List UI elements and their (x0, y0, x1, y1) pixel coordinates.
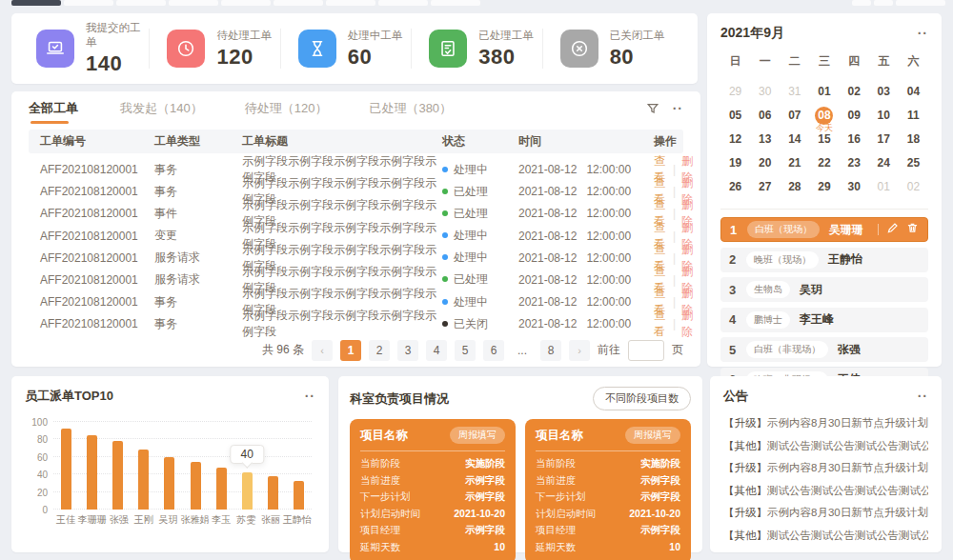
browser-tab[interactable] (11, 0, 61, 6)
bar-张强[interactable] (112, 441, 123, 510)
browser-tab[interactable] (378, 0, 428, 6)
calendar-day-15[interactable]: 15 (809, 128, 839, 151)
calendar-day-23[interactable]: 23 (840, 151, 869, 175)
announcement-item[interactable]: 【升级】示例内容8月30日新节点升级计划通知 (723, 457, 928, 480)
calendar-day-20[interactable]: 20 (750, 151, 780, 175)
next-page-button[interactable]: › (569, 340, 590, 361)
calendar-day-19[interactable]: 19 (720, 151, 750, 175)
calendar-day-27[interactable]: 27 (750, 175, 780, 199)
stage-count-button[interactable]: 不同阶段项目数 (593, 387, 691, 410)
view-link[interactable]: 查看 (654, 308, 667, 340)
calendar-day-07[interactable]: 07 (780, 104, 809, 128)
calendar-day-14[interactable]: 14 (780, 128, 809, 151)
calendar-day-30[interactable]: 30 (840, 175, 869, 199)
announcement-tag: 【升级】 (723, 462, 767, 473)
more-icon[interactable]: ·· (673, 101, 683, 116)
table-row: AFF202108120001事务示例字段示例字段示例字段示例字段示例字段处理中… (29, 286, 683, 308)
page-button-8[interactable]: 8 (540, 340, 561, 361)
project-field: 下一步计划示例字段 (536, 489, 680, 506)
calendar-day-01[interactable]: 01 (869, 175, 899, 199)
calendar-day-06[interactable]: 06 (750, 104, 780, 128)
calendar-day-04[interactable]: 04 (899, 80, 928, 104)
filter-icon[interactable] (646, 102, 659, 115)
calendar-day-12[interactable]: 12 (720, 128, 750, 151)
page-button-4[interactable]: 4 (426, 340, 447, 361)
more-icon[interactable]: ·· (918, 389, 928, 404)
bar-苏雯[interactable] (242, 472, 253, 510)
calendar-day-05[interactable]: 05 (720, 104, 750, 128)
browser-tab[interactable] (116, 0, 166, 6)
calendar-day-29[interactable]: 29 (720, 80, 750, 104)
divider (536, 450, 680, 451)
goto-page-input[interactable] (628, 340, 664, 361)
calendar-day-29[interactable]: 29 (809, 175, 839, 199)
announcement-item[interactable]: 【升级】示例内容8月30日新节点升级计划通知 (723, 412, 928, 435)
browser-tab[interactable] (431, 0, 480, 6)
calendar-day-01[interactable]: 01 (809, 80, 839, 104)
bar-王佳[interactable] (61, 429, 71, 510)
bar-张丽[interactable] (268, 476, 278, 510)
calendar-day-18[interactable]: 18 (899, 128, 928, 151)
browser-tab[interactable] (169, 0, 218, 6)
calendar-day-30[interactable]: 30 (750, 80, 780, 104)
tab-已处理（380）[interactable]: 已处理（380） (369, 91, 452, 126)
calendar-day-21[interactable]: 21 (780, 151, 809, 175)
calendar-day-11[interactable]: 11 (899, 104, 928, 128)
more-icon[interactable]: ·· (305, 389, 315, 404)
delete-link[interactable]: 删除 (681, 308, 695, 340)
page-button-6[interactable]: 6 (483, 340, 504, 361)
calendar-day-13[interactable]: 13 (750, 128, 780, 151)
calendar-day-10[interactable]: 10 (869, 104, 899, 128)
page-button-3[interactable]: 3 (397, 340, 418, 361)
calendar-day-17[interactable]: 17 (869, 128, 899, 151)
browser-control[interactable] (896, 0, 945, 6)
calendar-day-08[interactable]: 08今天 (809, 104, 839, 128)
trash-icon[interactable] (906, 221, 919, 238)
page-button-1[interactable]: 1 (340, 340, 361, 361)
browser-control[interactable] (852, 0, 871, 6)
duty-row[interactable]: 2晚班（现场）王静怡 (720, 248, 928, 272)
calendar-day-02[interactable]: 02 (899, 175, 928, 199)
bar-吴玥[interactable] (164, 457, 174, 510)
calendar-day-26[interactable]: 26 (720, 175, 750, 199)
bar-王刚[interactable] (138, 450, 149, 510)
page-button-2[interactable]: 2 (369, 340, 390, 361)
duty-row[interactable]: 4鹏博士李王峰 (720, 308, 928, 332)
prev-page-button[interactable]: ‹ (312, 340, 333, 361)
calendar-day-22[interactable]: 22 (809, 151, 839, 175)
bar-chart: 02040608010040 (53, 422, 312, 510)
bar-李玉[interactable] (216, 468, 227, 510)
bar-王静怡[interactable] (294, 481, 304, 510)
duty-row[interactable]: 3生物岛吴玥 (720, 277, 928, 302)
edit-icon[interactable] (886, 221, 899, 238)
bar-张雅娟[interactable] (191, 462, 201, 510)
browser-control[interactable] (874, 0, 893, 6)
calendar-day-28[interactable]: 28 (780, 175, 809, 199)
weekly-report-badge[interactable]: 周报填写 (450, 427, 505, 444)
calendar-day-03[interactable]: 03 (869, 80, 899, 104)
announcement-item[interactable]: 【其他】测试公告测试公告测试公告测试公告测试公告 (723, 525, 928, 548)
bar-李珊珊[interactable] (87, 435, 97, 510)
announcement-tag: 【升级】 (723, 417, 767, 429)
calendar-day-16[interactable]: 16 (840, 128, 869, 151)
calendar-day-31[interactable]: 31 (780, 80, 809, 104)
announcement-item[interactable]: 【升级】示例内容8月30日新节点升级计划通知 (723, 502, 928, 525)
calendar-day-09[interactable]: 09 (840, 104, 869, 128)
duty-row[interactable]: 1白班（现场）吴珊珊 (720, 217, 928, 242)
weekly-report-badge[interactable]: 周报填写 (625, 427, 680, 444)
calendar-day-02[interactable]: 02 (840, 80, 869, 104)
browser-tab[interactable] (326, 0, 375, 6)
tab-待处理（120）[interactable]: 待处理（120） (245, 91, 328, 126)
announcement-item[interactable]: 【其他】测试公告测试公告测试公告测试公告测试公告 (723, 435, 928, 458)
calendar-day-24[interactable]: 24 (869, 151, 899, 175)
announcement-item[interactable]: 【其他】测试公告测试公告测试公告测试公告测试公告 (723, 480, 928, 503)
tab-全部工单[interactable]: 全部工单 (29, 91, 78, 126)
calendar-day-25[interactable]: 25 (899, 151, 928, 175)
page-button-5[interactable]: 5 (455, 340, 476, 361)
browser-tab[interactable] (64, 0, 113, 6)
duty-row[interactable]: 5白班（非现场）张强 (720, 337, 928, 362)
browser-tab[interactable] (274, 0, 323, 6)
more-icon[interactable]: ·· (918, 26, 928, 41)
browser-tab[interactable] (221, 0, 271, 6)
tab-我发起（140）[interactable]: 我发起（140） (120, 91, 203, 126)
